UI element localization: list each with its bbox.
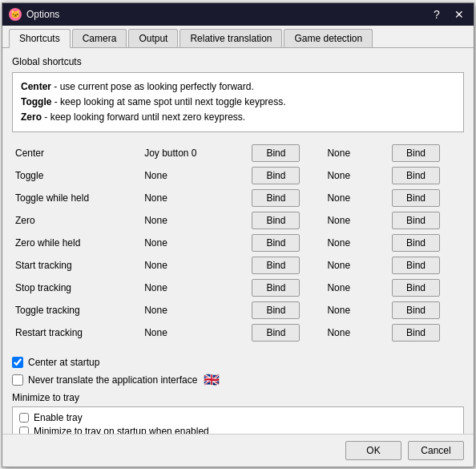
shortcut-label: Zero while held: [12, 232, 141, 254]
bind1-button[interactable]: Bind: [252, 234, 300, 252]
bind2-button[interactable]: Bind: [392, 167, 440, 184]
center-at-startup-checkbox[interactable]: [12, 357, 23, 368]
shortcut-value2: None: [324, 277, 389, 299]
close-button[interactable]: ✕: [451, 9, 467, 20]
table-row: Toggle tracking None Bind None Bind: [12, 299, 464, 321]
shortcut-label: Stop tracking: [12, 277, 141, 299]
bind1-button[interactable]: Bind: [252, 279, 300, 297]
bind2-button[interactable]: Bind: [392, 301, 440, 319]
shortcut-value1: None: [141, 299, 248, 321]
info-line2: Toggle - keep looking at same spot until…: [21, 95, 455, 110]
shortcut-label: Zero: [12, 209, 141, 232]
bind2-button[interactable]: Bind: [392, 257, 440, 274]
tab-relative-translation[interactable]: Relative translation: [180, 29, 282, 47]
center-desc: - use current pose as looking perfectly …: [51, 81, 254, 92]
table-row: Toggle None Bind None Bind: [12, 164, 464, 187]
shortcut-label: Start tracking: [12, 254, 141, 277]
bind2-button[interactable]: Bind: [392, 234, 440, 252]
table-row: Start tracking None Bind None Bind: [12, 254, 464, 277]
bottom-options: Center at startup Never translate the ap…: [12, 357, 464, 433]
shortcut-value2: None: [324, 232, 389, 254]
shortcut-value2: None: [324, 142, 389, 164]
minimize-on-startup-row: Minimize to tray on startup when enabled: [19, 426, 457, 433]
shortcut-bind1-cell: Bind: [248, 277, 324, 299]
bind2-button[interactable]: Bind: [392, 189, 440, 207]
minimize-on-startup-checkbox[interactable]: [19, 427, 29, 433]
shortcut-bind2-cell: Bind: [389, 254, 464, 277]
tab-game-detection[interactable]: Game detection: [284, 29, 373, 47]
shortcut-value2: None: [324, 321, 389, 344]
minimize-on-startup-label: Minimize to tray on startup when enabled: [34, 426, 209, 433]
bind2-button[interactable]: Bind: [392, 324, 440, 342]
never-translate-checkbox[interactable]: [12, 374, 23, 386]
tabs-bar: Shortcuts Camera Output Relative transla…: [2, 26, 474, 48]
never-translate-label: Never translate the application interfac…: [28, 374, 197, 386]
shortcut-bind1-cell: Bind: [248, 142, 324, 164]
shortcut-bind2-cell: Bind: [389, 277, 464, 299]
info-line3: Zero - keep looking forward until next z…: [21, 110, 455, 125]
ok-button[interactable]: OK: [345, 441, 401, 460]
shortcut-value1: None: [141, 164, 248, 187]
help-button[interactable]: ?: [429, 9, 445, 20]
shortcut-label: Toggle: [12, 164, 141, 187]
shortcut-bind2-cell: Bind: [389, 187, 464, 209]
bind1-button[interactable]: Bind: [252, 144, 300, 162]
bind2-button[interactable]: Bind: [392, 212, 440, 229]
bind1-button[interactable]: Bind: [252, 301, 300, 319]
shortcut-bind2-cell: Bind: [389, 209, 464, 232]
enable-tray-checkbox[interactable]: [19, 413, 29, 423]
info-box: Center - use current pose as looking per…: [12, 72, 464, 133]
center-at-startup-label: Center at startup: [28, 357, 99, 368]
app-icon: 🐱: [9, 8, 22, 21]
shortcut-value2: None: [324, 299, 389, 321]
footer: OK Cancel: [2, 434, 474, 467]
titlebar: 🐱 Options ? ✕: [2, 3, 474, 26]
shortcut-bind1-cell: Bind: [248, 299, 324, 321]
center-key-label: Center: [21, 81, 51, 92]
shortcut-value1: None: [141, 209, 248, 232]
shortcut-bind1-cell: Bind: [248, 164, 324, 187]
titlebar-title: Options: [26, 9, 429, 20]
shortcut-bind2-cell: Bind: [389, 142, 464, 164]
shortcut-value2: None: [324, 164, 389, 187]
bind2-button[interactable]: Bind: [392, 279, 440, 297]
content-area: Global shortcuts Center - use current po…: [2, 48, 474, 434]
bind1-button[interactable]: Bind: [252, 257, 300, 274]
shortcut-value1: None: [141, 321, 248, 344]
shortcuts-table: Center Joy button 0 Bind None Bind Toggl…: [12, 142, 464, 344]
tab-camera[interactable]: Camera: [72, 29, 127, 47]
bind1-button[interactable]: Bind: [252, 212, 300, 229]
tab-output[interactable]: Output: [128, 29, 178, 47]
enable-tray-row: Enable tray: [19, 412, 457, 423]
enable-tray-label: Enable tray: [34, 412, 83, 423]
zero-key-label: Zero: [21, 111, 42, 123]
shortcut-value2: None: [324, 254, 389, 277]
table-row: Toggle while held None Bind None Bind: [12, 187, 464, 209]
shortcut-bind1-cell: Bind: [248, 321, 324, 344]
shortcut-bind2-cell: Bind: [389, 164, 464, 187]
tab-shortcuts[interactable]: Shortcuts: [9, 29, 71, 48]
shortcut-bind2-cell: Bind: [389, 299, 464, 321]
info-line1: Center - use current pose as looking per…: [21, 79, 455, 95]
shortcut-bind1-cell: Bind: [248, 209, 324, 232]
tray-options-box: Enable tray Minimize to tray on startup …: [12, 406, 464, 433]
shortcut-value1: None: [141, 187, 248, 209]
shortcut-bind1-cell: Bind: [248, 187, 324, 209]
center-at-startup-row: Center at startup: [12, 357, 464, 368]
bind1-button[interactable]: Bind: [252, 167, 300, 184]
table-row: Zero None Bind None Bind: [12, 209, 464, 232]
bind1-button[interactable]: Bind: [252, 189, 300, 207]
titlebar-controls: ? ✕: [429, 9, 467, 20]
shortcut-label: Toggle while held: [12, 187, 141, 209]
table-row: Restart tracking None Bind None Bind: [12, 321, 464, 344]
shortcut-label: Toggle tracking: [12, 299, 141, 321]
table-row: Zero while held None Bind None Bind: [12, 232, 464, 254]
toggle-desc: - keep looking at same spot until next t…: [51, 96, 285, 107]
bind1-button[interactable]: Bind: [252, 324, 300, 342]
cancel-button[interactable]: Cancel: [408, 441, 464, 460]
shortcut-value2: None: [324, 187, 389, 209]
shortcut-value1: Joy button 0: [141, 142, 248, 164]
bind2-button[interactable]: Bind: [392, 144, 440, 162]
options-window: 🐱 Options ? ✕ Shortcuts Camera Output Re…: [2, 2, 474, 467]
shortcut-label: Center: [12, 142, 141, 164]
